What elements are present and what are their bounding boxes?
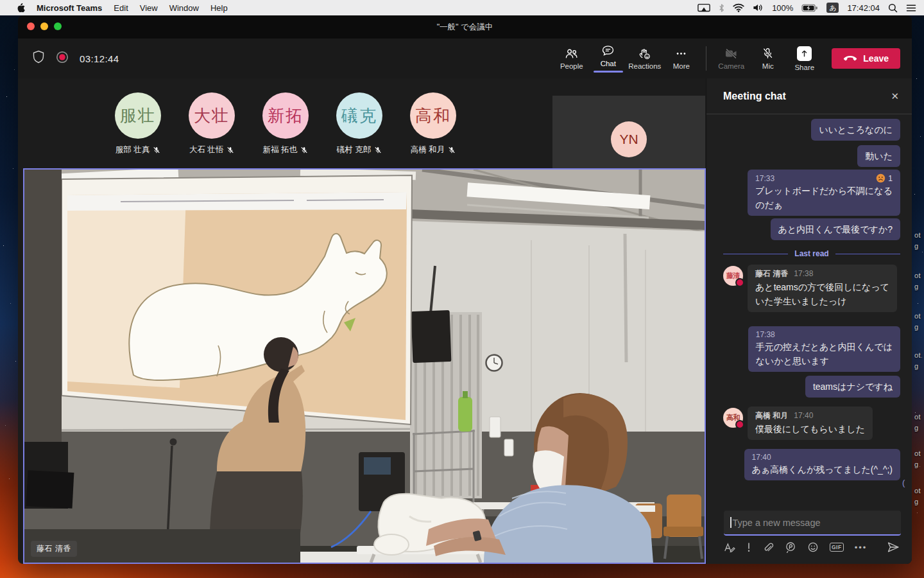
battery-icon — [801, 4, 818, 12]
message-time: 17:38 — [756, 330, 775, 339]
more-icon — [674, 48, 688, 60]
screen-mirroring-icon[interactable] — [697, 3, 710, 13]
chat-message-own: 17:38手元の控えだとあと内田くんでは ないかと思います — [723, 326, 900, 372]
emoji-icon[interactable] — [807, 541, 819, 553]
window-title-bar: "一般" で会議中 — [18, 15, 912, 39]
leave-button[interactable]: Leave — [832, 48, 900, 69]
chat-message-bubble[interactable]: 17:38手元の控えだとあと内田くんでは ないかと思います — [748, 326, 900, 372]
desktop-icon-label-fragment: otg — [914, 486, 921, 507]
volume-icon[interactable] — [753, 3, 764, 12]
battery-percentage: 100% — [772, 3, 793, 13]
share-button[interactable]: Share — [786, 46, 823, 71]
chat-message-bubble[interactable]: あと内田くんで最後ですか? — [771, 218, 900, 240]
participant-avatar[interactable]: 高和 — [410, 92, 456, 139]
menu-help[interactable]: Help — [205, 3, 234, 13]
text-cursor — [730, 517, 732, 528]
message-text: あとteamsの方で後回しになって いた学生いましたっけ — [755, 280, 889, 308]
message-time: 17:40 — [794, 411, 813, 420]
message-text: ブレットボードだから不調になる のだぁ — [755, 184, 893, 212]
classroom-video-scene — [24, 170, 705, 563]
chat-message-bubble[interactable]: いいところなのに — [811, 119, 900, 141]
mic-muted-icon — [761, 48, 774, 60]
chat-message-bubble[interactable]: 高橋 和月17:40僕最後にしてもらいました — [748, 407, 873, 440]
message-text: teamsはナシですね — [813, 380, 893, 394]
mic-muted-icon — [227, 146, 234, 154]
desktop-icon-label-fragment: otg — [914, 270, 921, 292]
security-shield-icon[interactable] — [32, 50, 45, 67]
participant[interactable]: 服壮 服部 壮真 — [98, 92, 178, 155]
mic-muted-icon — [374, 146, 382, 154]
close-chat-icon[interactable]: ✕ — [891, 91, 899, 102]
window-title: "一般" で会議中 — [18, 15, 912, 39]
mic-button[interactable]: Mic — [749, 48, 786, 70]
menu-bar-clock[interactable]: 17:42:04 — [847, 3, 880, 13]
wifi-icon[interactable] — [733, 3, 744, 12]
desktop-icon-label-fragment: otg — [914, 230, 921, 252]
control-center-icon[interactable] — [906, 4, 916, 12]
chat-message-other: 高和高橋 和月17:40僕最後にしてもらいました — [723, 407, 900, 440]
last-read-divider: Last read — [723, 248, 900, 259]
send-icon[interactable] — [887, 541, 900, 553]
sender-avatar[interactable]: 高和 — [723, 408, 743, 428]
loop-app-icon[interactable] — [785, 541, 796, 553]
gif-icon[interactable]: GIF — [830, 543, 844, 552]
participant[interactable]: 高和 高橋 和月 — [393, 92, 473, 155]
message-text: あぁ高橋くんが残ってました(^_^;) — [752, 462, 893, 477]
participant-avatar[interactable]: 服壮 — [115, 92, 161, 139]
more-button[interactable]: More — [663, 48, 699, 70]
spotlight-search-icon[interactable] — [888, 3, 898, 13]
chat-message-bubble[interactable]: teamsはナシですね — [805, 376, 900, 398]
menu-app-name[interactable]: Microsoft Teams — [31, 3, 108, 13]
recording-indicator-icon — [55, 50, 69, 67]
composer-more-icon[interactable]: ••• — [855, 543, 868, 552]
frowning-face-icon — [876, 173, 886, 183]
participant[interactable]: 新拓 新福 拓也 — [246, 92, 325, 155]
desktop-icon-label-fragment: otg — [914, 311, 921, 333]
share-icon — [797, 46, 812, 61]
sender-name: 高橋 和月 — [755, 411, 788, 420]
attach-icon[interactable] — [762, 542, 774, 553]
mic-muted-icon — [153, 146, 160, 154]
chat-message-bubble[interactable]: 17:331ブレットボードだから不調になる のだぁ — [748, 170, 900, 216]
message-text: 手元の控えだとあと内田くんでは ないかと思います — [756, 340, 893, 368]
format-icon[interactable] — [724, 542, 735, 553]
menu-edit[interactable]: Edit — [108, 3, 133, 13]
chat-message-bubble[interactable]: 17:40あぁ高橋くんが残ってました(^_^;) — [744, 449, 900, 480]
chat-message-other: 藤清藤石 清香17:38あとteamsの方で後回しになって いた学生いましたっけ — [723, 265, 900, 312]
meeting-chat-panel: Meeting chat ✕ いいところなのに動いた17:331ブレットボードだ… — [706, 78, 912, 564]
composer-toolbar: GIF ••• — [724, 541, 901, 553]
chat-icon — [601, 45, 615, 57]
chat-message-own: teamsはナシですね — [723, 376, 900, 398]
participant[interactable]: 大壮 大石 壮悟 — [172, 92, 252, 155]
chat-message-bubble[interactable]: 藤石 清香17:38あとteamsの方で後回しになって いた学生いましたっけ — [748, 265, 897, 312]
menu-view[interactable]: View — [134, 3, 164, 13]
reactions-button[interactable]: Reactions — [626, 48, 663, 70]
participant-avatar[interactable]: 大壮 — [189, 92, 235, 139]
people-button[interactable]: People — [553, 48, 590, 70]
sender-avatar[interactable]: 藤清 — [723, 266, 743, 286]
chat-message-own: 動いた — [723, 145, 900, 167]
camera-button[interactable]: Camera — [713, 48, 749, 70]
participant-avatar[interactable]: 新拓 — [262, 92, 309, 139]
menu-window[interactable]: Window — [164, 3, 205, 13]
chat-panel-title: Meeting chat — [723, 91, 786, 102]
apple-menu-icon[interactable] — [10, 2, 31, 14]
chat-message-bubble[interactable]: 動いた — [857, 145, 900, 167]
message-text: 僕最後にしてもらいました — [755, 422, 865, 436]
importance-icon[interactable] — [746, 542, 751, 553]
spotlight-avatar: YN — [611, 121, 647, 157]
desktop-icon-label-fragment: otg — [914, 350, 921, 372]
input-source-badge[interactable]: あ — [826, 3, 839, 13]
main-video-tile[interactable]: 藤石 清香 — [23, 168, 706, 564]
message-input[interactable]: Type a new message — [724, 511, 901, 536]
bluetooth-icon[interactable] — [719, 3, 724, 13]
people-icon — [565, 48, 578, 60]
chat-composer: Type a new message GIF •• — [724, 511, 901, 553]
participant-avatar[interactable]: 礒克 — [336, 92, 382, 139]
chat-button[interactable]: Chat — [590, 45, 626, 73]
participant[interactable]: 礒克 礒村 克郎 — [320, 92, 399, 155]
chat-message-own: あと内田くんで最後ですか? — [723, 218, 900, 240]
message-reaction[interactable]: 1 — [876, 173, 893, 183]
toolbar-divider — [706, 46, 706, 71]
chat-panel-header: Meeting chat ✕ — [706, 78, 912, 114]
